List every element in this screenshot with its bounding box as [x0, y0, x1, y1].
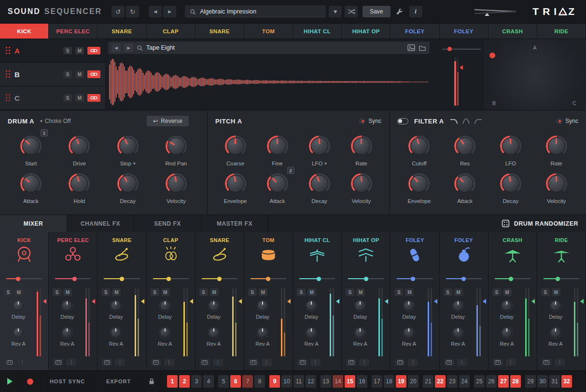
pan-marker[interactable]	[287, 299, 291, 304]
channel-reverb-knob[interactable]	[306, 327, 317, 338]
redo-button[interactable]: ↻	[126, 6, 139, 17]
channel-solo-button[interactable]: S	[394, 288, 403, 296]
slider-handle[interactable]	[266, 277, 270, 281]
channel-keyboard-button[interactable]	[151, 359, 161, 366]
drum-tab-tom[interactable]: TOM	[244, 24, 293, 39]
drum-tab-foley[interactable]: FOLEY	[440, 24, 488, 39]
level-marker[interactable]	[460, 65, 463, 70]
step-8[interactable]: 8	[254, 375, 265, 388]
slider-handle[interactable]	[556, 277, 560, 281]
channel-delay-knob[interactable]	[160, 300, 170, 311]
channel-volume-slider[interactable]	[55, 276, 91, 281]
export-button[interactable]: EXPORT	[95, 371, 143, 392]
channel-menu-button[interactable]: ⋮	[310, 359, 321, 366]
channel-volume-slider[interactable]	[153, 276, 189, 281]
step-25[interactable]: 25	[474, 375, 485, 388]
channel-reverb-knob[interactable]	[453, 327, 463, 338]
layer-mute-button[interactable]: M	[75, 70, 84, 78]
sample-preview-icon[interactable]	[407, 44, 415, 51]
step-24[interactable]: 24	[459, 375, 470, 388]
pan-marker[interactable]	[336, 299, 339, 304]
channel-mute-button[interactable]: M	[307, 288, 316, 296]
drum-tab-snare[interactable]: SNARE	[98, 24, 146, 39]
knob-cutoff[interactable]	[408, 135, 430, 157]
knob-envelope[interactable]	[225, 173, 246, 194]
pan-marker[interactable]	[141, 299, 144, 304]
channel-keyboard-button[interactable]	[4, 359, 14, 366]
mixer-strip-foley[interactable]: FOLEYSMDelayRev A⋮	[440, 232, 488, 370]
preset-prev-button[interactable]: ◀	[149, 6, 162, 17]
drum-tab-crash[interactable]: CRASH	[488, 24, 537, 39]
save-button[interactable]: Save	[363, 6, 390, 17]
channel-keyboard-button[interactable]	[493, 359, 503, 366]
drum-tab-kick[interactable]: KICK	[0, 24, 49, 39]
record-button[interactable]	[20, 371, 41, 392]
pan-marker[interactable]	[434, 299, 437, 304]
step-14[interactable]: 14	[333, 375, 343, 388]
knob-envelope[interactable]	[408, 173, 430, 194]
step-28[interactable]: 28	[510, 375, 521, 388]
knob-drive[interactable]	[69, 135, 90, 157]
mixer-strip-perc-elec[interactable]: PERC ELECSMDelayRev A⋮	[49, 232, 98, 370]
channel-reverb-knob[interactable]	[62, 327, 72, 338]
channel-keyboard-button[interactable]	[102, 359, 112, 366]
step-32[interactable]: 32	[561, 375, 572, 388]
knob-rate[interactable]	[546, 135, 567, 157]
knob-hold[interactable]	[69, 173, 90, 194]
channel-volume-slider[interactable]	[251, 276, 286, 281]
channel-delay-knob[interactable]	[209, 300, 219, 311]
channel-delay-knob[interactable]	[62, 300, 72, 311]
channel-menu-button[interactable]: ⋮	[555, 359, 565, 366]
channel-menu-button[interactable]: ⋮	[115, 359, 125, 366]
step-20[interactable]: 20	[408, 375, 419, 388]
channel-mute-button[interactable]: M	[503, 288, 512, 296]
channel-reverb-knob[interactable]	[13, 327, 24, 338]
pan-marker[interactable]	[238, 299, 242, 304]
channel-solo-button[interactable]: S	[248, 288, 257, 296]
knob-coarse[interactable]	[225, 135, 246, 157]
channel-reverb-knob[interactable]	[209, 327, 219, 338]
filter-sync-toggle[interactable]: Sync	[557, 118, 578, 124]
step-21[interactable]: 21	[423, 375, 433, 388]
channel-keyboard-button[interactable]	[542, 359, 552, 366]
drum-tab-snare[interactable]: SNARE	[195, 24, 244, 39]
fx-tab-mixer[interactable]: MIXER	[0, 215, 67, 232]
step-13[interactable]: 13	[321, 375, 331, 388]
step-18[interactable]: 18	[384, 375, 394, 388]
sample-name[interactable]: Tape Eight	[146, 44, 404, 51]
channel-reverb-knob[interactable]	[355, 327, 365, 338]
knob-velocity[interactable]	[351, 173, 372, 194]
layer-row-b[interactable]: BSM	[0, 63, 105, 86]
channel-mute-button[interactable]: M	[552, 288, 560, 296]
channel-mute-button[interactable]: M	[112, 288, 121, 296]
channel-reverb-knob[interactable]	[257, 327, 268, 338]
channel-menu-button[interactable]: ⋮	[213, 359, 223, 366]
highpass-icon[interactable]	[474, 118, 482, 124]
channel-mute-button[interactable]: M	[210, 288, 219, 296]
channel-menu-button[interactable]: ⋮	[506, 359, 516, 366]
channel-solo-button[interactable]: S	[199, 288, 208, 296]
channel-solo-button[interactable]: S	[444, 288, 452, 296]
channel-mute-button[interactable]: M	[405, 288, 414, 296]
pan-marker[interactable]	[483, 299, 486, 304]
knob-res[interactable]	[454, 135, 475, 157]
fx-tab-master-fx[interactable]: MASTER FX	[201, 215, 268, 232]
pan-marker[interactable]	[190, 299, 193, 304]
layer-solo-button[interactable]: S	[63, 70, 72, 78]
channel-delay-knob[interactable]	[404, 300, 414, 311]
step-26[interactable]: 26	[486, 375, 497, 388]
slider-handle[interactable]	[167, 277, 171, 281]
step-7[interactable]: 7	[242, 375, 253, 388]
step-3[interactable]: 3	[191, 375, 202, 388]
channel-delay-knob[interactable]	[502, 300, 512, 311]
step-4[interactable]: 4	[203, 375, 214, 388]
pan-marker[interactable]	[43, 299, 46, 304]
mixer-strip-foley[interactable]: FOLEYSMDelayRev A⋮	[391, 232, 439, 370]
filter-power-toggle[interactable]	[397, 118, 408, 124]
channel-solo-button[interactable]: S	[346, 288, 354, 296]
channel-keyboard-button[interactable]	[53, 359, 63, 366]
channel-reverb-knob[interactable]	[160, 327, 170, 338]
channel-menu-button[interactable]: ⋮	[17, 359, 28, 366]
channel-keyboard-button[interactable]	[444, 359, 454, 366]
channel-menu-button[interactable]: ⋮	[457, 359, 467, 366]
